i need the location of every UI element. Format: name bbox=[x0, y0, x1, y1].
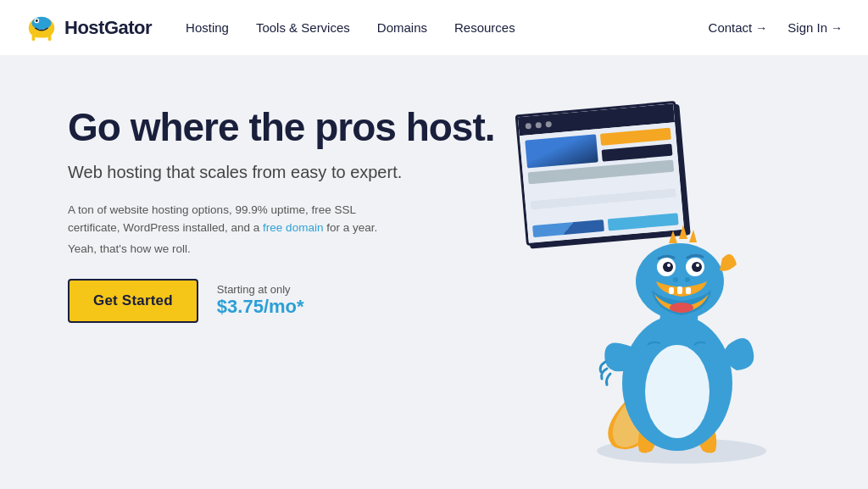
contact-arrow-icon: → bbox=[755, 21, 767, 35]
nav-item-resources[interactable]: Resources bbox=[454, 20, 515, 35]
svg-marker-22 bbox=[669, 231, 677, 243]
gator-mascot bbox=[563, 142, 800, 464]
svg-rect-4 bbox=[32, 34, 36, 41]
hero-content: Go where the pros host. Web hosting that… bbox=[68, 97, 509, 323]
mockup-dot-3 bbox=[545, 120, 552, 127]
nav-item-hosting[interactable]: Hosting bbox=[186, 20, 229, 35]
svg-rect-12 bbox=[686, 287, 691, 294]
navbar: HostGator Hosting Tools & Services Domai… bbox=[0, 0, 868, 55]
nav-item-domains[interactable]: Domains bbox=[377, 20, 427, 35]
pricing-block: Starting at only $3.75/mo* bbox=[217, 283, 304, 318]
hero-visual bbox=[512, 82, 868, 489]
contact-link[interactable]: Contact → bbox=[709, 20, 768, 35]
svg-point-3 bbox=[36, 19, 38, 22]
logo-text: HostGator bbox=[64, 17, 152, 39]
hero-tagline: Yeah, that's how we roll. bbox=[68, 242, 509, 255]
signin-arrow-icon: → bbox=[831, 21, 843, 35]
svg-point-16 bbox=[663, 262, 673, 272]
svg-point-17 bbox=[692, 262, 702, 272]
svg-rect-5 bbox=[48, 34, 52, 41]
svg-point-18 bbox=[667, 264, 670, 267]
hero-title: Go where the pros host. bbox=[68, 106, 509, 149]
logo[interactable]: HostGator bbox=[25, 12, 152, 44]
signin-link[interactable]: Sign In → bbox=[787, 20, 843, 35]
mockup-dot-2 bbox=[535, 121, 542, 128]
svg-point-8 bbox=[645, 345, 709, 438]
svg-rect-11 bbox=[677, 286, 682, 294]
free-domain-link[interactable]: free domain bbox=[263, 221, 323, 234]
svg-point-20 bbox=[673, 277, 678, 282]
cta-row: Get Started Starting at only $3.75/mo* bbox=[68, 279, 509, 323]
hostgator-logo-icon bbox=[25, 12, 58, 44]
svg-point-13 bbox=[670, 303, 693, 313]
svg-rect-10 bbox=[669, 287, 674, 294]
pricing-label: Starting at only bbox=[217, 283, 304, 296]
svg-marker-23 bbox=[679, 225, 687, 239]
svg-point-19 bbox=[696, 264, 699, 267]
hero-description: A ton of website hosting options, 99.9% … bbox=[68, 201, 390, 237]
nav-right: Contact → Sign In → bbox=[709, 20, 843, 35]
get-started-button[interactable]: Get Started bbox=[68, 279, 198, 323]
svg-point-21 bbox=[685, 277, 690, 282]
nav-item-tools[interactable]: Tools & Services bbox=[256, 20, 350, 35]
nav-links: Hosting Tools & Services Domains Resourc… bbox=[186, 20, 709, 35]
mockup-dot-1 bbox=[525, 122, 531, 129]
svg-marker-24 bbox=[689, 230, 697, 242]
hero-subtitle: Web hosting that scales from easy to exp… bbox=[68, 163, 509, 182]
hero-section: Go where the pros host. Web hosting that… bbox=[0, 55, 868, 489]
svg-point-1 bbox=[32, 16, 52, 29]
pricing-amount: $3.75/mo* bbox=[217, 296, 304, 318]
